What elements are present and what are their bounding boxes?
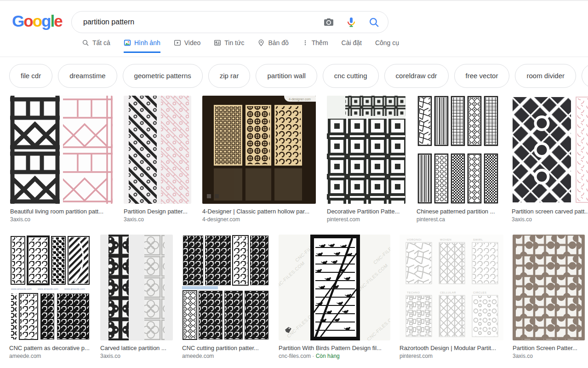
result-item: www.ameede.com www.ameede.com www.ameede… [9, 235, 91, 359]
chip-free-vector[interactable]: free vector [454, 64, 510, 88]
result-thumbnail[interactable] [100, 235, 173, 340]
result-item: CNC cutting partition patter... ameede.c… [182, 235, 269, 359]
result-caption: Beautiful living room partition patt... … [10, 204, 113, 223]
logo-letter: l [50, 12, 54, 30]
tab-video[interactable]: Video [174, 39, 201, 53]
result-caption: Partition Design patter... 3axis.co [124, 204, 191, 223]
tab-label: Bản đồ [268, 39, 288, 46]
result-caption: CNC cutting partition patter... ameede.c… [182, 340, 269, 359]
result-domain: pinterest.ca [417, 215, 501, 223]
result-title[interactable]: CNC pattern as decorative p... [9, 345, 91, 351]
result-title[interactable]: Partition With Birds Pattern Design fil.… [279, 345, 390, 351]
result-thumbnail[interactable] [124, 96, 191, 204]
result-title[interactable]: CNC cutting partition patter... [182, 345, 269, 351]
chip-partition-wall[interactable]: partition wall [256, 64, 317, 88]
result-item: VORONOI WOVEN SWIRL TECHNO CELLULAR CIRC… [400, 235, 503, 359]
chip-dreamstime[interactable]: dreamstime [58, 64, 117, 88]
result-caption: Razortooth Design | Modular Partit... pi… [400, 340, 503, 359]
header-divider [0, 57, 588, 57]
panel-label: CIRCLES [473, 291, 487, 294]
result-thumbnail[interactable]: CNC-FILES.COM CNC-FILES.COM CNC-FILES.CO… [279, 235, 390, 340]
result-thumbnail[interactable] [327, 96, 405, 204]
tab-label: Tất cả [92, 39, 110, 46]
search-bar-icons [319, 17, 380, 28]
logo-letter: o [23, 12, 32, 30]
result-domain: 3axis.co [513, 351, 585, 359]
result-caption: Chinese patterned partition ... pinteres… [417, 204, 501, 223]
tile-watermark-text: www.ameede.com [11, 288, 32, 290]
result-thumbnail[interactable]: VORONOI WOVEN SWIRL TECHNO CELLULAR CIRC… [400, 235, 503, 340]
result-caption: 4-Designer | Classic pattern hollow par.… [202, 204, 316, 223]
result-domain: ameede.com [9, 351, 91, 359]
tab-label: Tin tức [224, 39, 244, 46]
chip-dxf-file[interactable]: dxf file [582, 64, 588, 88]
search-bar[interactable] [71, 11, 388, 33]
result-title[interactable]: Beautiful living room partition patt... [10, 208, 113, 215]
results-row-2: www.ameede.com www.ameede.com www.ameede… [9, 235, 585, 359]
result-item: Decorative Partition Patte... pinterest.… [327, 96, 405, 223]
chip-geometric-patterns[interactable]: geometric patterns [123, 64, 203, 88]
result-thumbnail[interactable] [513, 235, 585, 340]
results-row-1: Beautiful living room partition patt... … [10, 96, 588, 223]
result-title[interactable]: Chinese patterned partition ... [417, 208, 501, 215]
tab-tools[interactable]: Công cụ [375, 39, 399, 53]
chip-cnc-cutting[interactable]: cnc cutting [323, 64, 379, 88]
result-title[interactable]: Partition screen carved patt... [512, 208, 588, 215]
search-input[interactable] [82, 17, 319, 27]
result-item: Partition screen carved patt... 3axis.co [512, 96, 588, 223]
result-title[interactable]: Partition Design patter... [124, 208, 191, 215]
panel-label: TECHNO [407, 291, 420, 294]
panel-label: WOVEN [440, 238, 451, 241]
search-icon[interactable] [368, 17, 380, 28]
result-item: CNC-FILES.COM CNC-FILES.COM CNC-FILES.CO… [279, 235, 390, 359]
chip-zip-rar[interactable]: zip rar [208, 64, 251, 88]
result-title[interactable]: Razortooth Design | Modular Partit... [400, 345, 503, 351]
result-caption: CNC pattern as decorative p... ameede.co… [9, 340, 91, 359]
logo-letter: g [41, 12, 50, 30]
result-domain: 3axis.co [124, 215, 191, 223]
result-title[interactable]: Partition Screen Patter... [513, 345, 585, 351]
tile-watermark-text: www.ameede.com [64, 288, 85, 290]
result-title[interactable]: Carved lattice partition ... [100, 345, 173, 351]
panel-label: SWIRL [473, 238, 483, 241]
result-item: Carved lattice partition ... 3axis.co [100, 235, 173, 359]
google-images-results-page: Google Tất cả Hình ảnh Video [0, 0, 588, 368]
result-thumbnail[interactable] [182, 235, 269, 340]
result-domain: pinterest.com [400, 351, 503, 359]
google-logo[interactable]: Google [12, 12, 62, 30]
result-thumbnail[interactable] [512, 96, 588, 204]
result-thumbnail[interactable] [417, 96, 501, 204]
availability-badge: Còn hàng [316, 353, 340, 359]
logo-letter: e [54, 12, 62, 30]
result-caption: Decorative Partition Patte... pinterest.… [327, 204, 405, 223]
chip-room-divider[interactable]: room divider [515, 64, 576, 88]
result-thumbnail[interactable] [10, 96, 113, 204]
tab-all[interactable]: Tất cả [82, 39, 110, 53]
result-thumbnail[interactable]: www.ameede.com www.ameede.com www.ameede… [9, 235, 91, 340]
result-thumbnail[interactable]: 4-designer.com [202, 96, 316, 204]
tab-label: Công cụ [375, 39, 399, 46]
result-item: Partition Screen Patter... 3axis.co [513, 235, 585, 359]
result-domain: 3axis.co [512, 215, 588, 223]
result-title[interactable]: 4-Designer | Classic pattern hollow par.… [202, 208, 316, 215]
result-item: Beautiful living room partition patt... … [10, 96, 113, 223]
logo-letter: G [12, 12, 23, 30]
tab-settings[interactable]: Cài đặt [342, 39, 362, 53]
tab-images[interactable]: Hình ảnh [124, 39, 160, 53]
result-item: 4-designer.com 4-Designer [202, 96, 316, 223]
chip-coreldraw-cdr[interactable]: coreldraw cdr [384, 64, 449, 88]
tab-news[interactable]: Tin tức [214, 39, 244, 53]
tile-watermark-text: www.ameede.com [37, 288, 58, 290]
tab-maps[interactable]: Bản đồ [257, 39, 288, 53]
camera-icon[interactable] [323, 17, 334, 28]
tab-label: Cài đặt [342, 39, 362, 46]
tab-label: Hình ảnh [134, 39, 160, 46]
result-caption: Partition With Birds Pattern Design fil.… [279, 340, 390, 359]
result-caption: Carved lattice partition ... 3axis.co [100, 340, 173, 359]
result-title[interactable]: Decorative Partition Patte... [327, 208, 405, 215]
related-search-chips: file cdr dreamstime geometric patterns z… [9, 64, 588, 88]
result-item: Partition Design patter... 3axis.co [124, 96, 191, 223]
tab-more[interactable]: Thêm [302, 39, 328, 53]
chip-file-cdr[interactable]: file cdr [9, 64, 52, 88]
mic-icon[interactable] [346, 17, 357, 28]
